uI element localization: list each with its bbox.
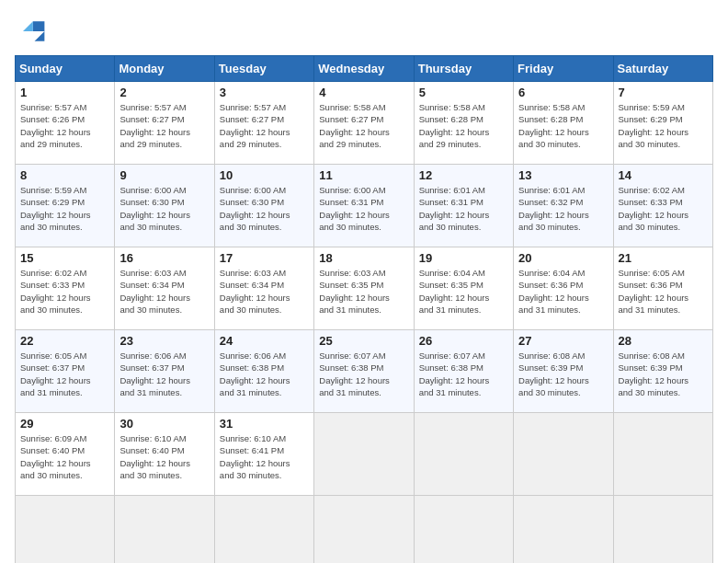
day-cell: 10Sunrise: 6:00 AM Sunset: 6:30 PM Dayli… [214, 165, 313, 247]
empty-cell [214, 496, 313, 564]
day-info: Sunrise: 6:08 AM Sunset: 6:39 PM Dayligh… [518, 350, 608, 398]
day-number: 7 [619, 86, 708, 99]
page-header [15, 15, 713, 48]
day-number: 30 [119, 417, 209, 431]
day-info: Sunrise: 6:07 AM Sunset: 6:38 PM Dayligh… [419, 350, 508, 398]
day-cell: 14Sunrise: 6:02 AM Sunset: 6:33 PM Dayli… [613, 165, 712, 247]
day-cell: 28Sunrise: 6:08 AM Sunset: 6:39 PM Dayli… [613, 330, 712, 413]
day-number: 23 [119, 334, 209, 348]
day-cell: 5Sunrise: 5:58 AM Sunset: 6:28 PM Daylig… [414, 82, 513, 165]
day-cell: 23Sunrise: 6:06 AM Sunset: 6:37 PM Dayli… [115, 330, 214, 413]
empty-cell [115, 496, 214, 564]
day-cell: 24Sunrise: 6:06 AM Sunset: 6:38 PM Dayli… [214, 330, 313, 413]
empty-cell [414, 413, 513, 496]
day-cell: 15Sunrise: 6:02 AM Sunset: 6:33 PM Dayli… [16, 247, 115, 330]
day-number: 18 [319, 251, 408, 265]
day-number: 21 [619, 251, 708, 265]
day-number: 9 [119, 168, 209, 182]
day-number: 15 [20, 251, 109, 265]
empty-cell [514, 413, 613, 496]
day-cell: 16Sunrise: 6:03 AM Sunset: 6:34 PM Dayli… [115, 247, 214, 330]
day-cell: 20Sunrise: 6:04 AM Sunset: 6:36 PM Dayli… [514, 247, 613, 330]
day-info: Sunrise: 5:58 AM Sunset: 6:28 PM Dayligh… [518, 101, 608, 150]
day-info: Sunrise: 6:01 AM Sunset: 6:31 PM Dayligh… [419, 184, 508, 233]
day-info: Sunrise: 6:07 AM Sunset: 6:38 PM Dayligh… [319, 350, 408, 398]
weekday-header-saturday: Saturday [613, 56, 712, 82]
day-cell: 8Sunrise: 5:59 AM Sunset: 6:29 PM Daylig… [16, 165, 115, 247]
day-number: 2 [119, 86, 209, 99]
day-number: 17 [220, 251, 309, 265]
day-number: 29 [20, 417, 109, 431]
day-number: 16 [119, 251, 209, 265]
day-info: Sunrise: 6:00 AM Sunset: 6:30 PM Dayligh… [220, 184, 309, 233]
day-info: Sunrise: 5:59 AM Sunset: 6:29 PM Dayligh… [20, 184, 109, 233]
day-info: Sunrise: 6:08 AM Sunset: 6:39 PM Dayligh… [619, 350, 708, 398]
day-cell: 19Sunrise: 6:04 AM Sunset: 6:35 PM Dayli… [414, 247, 513, 330]
day-cell: 11Sunrise: 6:00 AM Sunset: 6:31 PM Dayli… [314, 165, 414, 247]
calendar-week-row: 22Sunrise: 6:05 AM Sunset: 6:37 PM Dayli… [16, 330, 713, 413]
calendar-week-row [16, 496, 713, 564]
empty-cell [314, 413, 414, 496]
day-number: 19 [419, 251, 508, 265]
weekday-header-monday: Monday [115, 56, 214, 82]
day-info: Sunrise: 6:03 AM Sunset: 6:34 PM Dayligh… [220, 267, 309, 316]
day-info: Sunrise: 5:58 AM Sunset: 6:27 PM Dayligh… [319, 101, 408, 150]
day-info: Sunrise: 6:02 AM Sunset: 6:33 PM Dayligh… [619, 184, 708, 233]
day-cell: 9Sunrise: 6:00 AM Sunset: 6:30 PM Daylig… [115, 165, 214, 247]
day-cell: 6Sunrise: 5:58 AM Sunset: 6:28 PM Daylig… [514, 82, 613, 165]
calendar-week-row: 15Sunrise: 6:02 AM Sunset: 6:33 PM Dayli… [16, 247, 713, 330]
day-info: Sunrise: 5:59 AM Sunset: 6:29 PM Dayligh… [619, 101, 708, 150]
day-cell: 7Sunrise: 5:59 AM Sunset: 6:29 PM Daylig… [613, 82, 712, 165]
day-number: 3 [220, 86, 309, 99]
day-number: 14 [619, 168, 708, 182]
day-number: 13 [518, 168, 608, 182]
empty-cell [514, 496, 613, 564]
day-info: Sunrise: 5:57 AM Sunset: 6:27 PM Dayligh… [220, 101, 309, 150]
day-number: 10 [220, 168, 309, 182]
weekday-header-sunday: Sunday [16, 56, 115, 82]
day-info: Sunrise: 6:05 AM Sunset: 6:37 PM Dayligh… [20, 350, 109, 398]
day-cell: 30Sunrise: 6:10 AM Sunset: 6:40 PM Dayli… [115, 413, 214, 496]
day-info: Sunrise: 6:09 AM Sunset: 6:40 PM Dayligh… [20, 432, 109, 481]
day-cell: 13Sunrise: 6:01 AM Sunset: 6:32 PM Dayli… [514, 165, 613, 247]
day-info: Sunrise: 5:57 AM Sunset: 6:26 PM Dayligh… [20, 101, 109, 150]
day-info: Sunrise: 5:58 AM Sunset: 6:28 PM Dayligh… [419, 101, 508, 150]
day-info: Sunrise: 6:04 AM Sunset: 6:35 PM Dayligh… [419, 267, 508, 316]
day-cell: 31Sunrise: 6:10 AM Sunset: 6:41 PM Dayli… [214, 413, 313, 496]
day-number: 5 [419, 86, 508, 99]
day-info: Sunrise: 6:01 AM Sunset: 6:32 PM Dayligh… [518, 184, 608, 233]
day-info: Sunrise: 6:00 AM Sunset: 6:31 PM Dayligh… [319, 184, 408, 233]
day-cell: 27Sunrise: 6:08 AM Sunset: 6:39 PM Dayli… [514, 330, 613, 413]
day-cell: 3Sunrise: 5:57 AM Sunset: 6:27 PM Daylig… [214, 82, 313, 165]
calendar-week-row: 1Sunrise: 5:57 AM Sunset: 6:26 PM Daylig… [16, 82, 713, 165]
day-info: Sunrise: 6:04 AM Sunset: 6:36 PM Dayligh… [518, 267, 608, 316]
day-info: Sunrise: 6:05 AM Sunset: 6:36 PM Dayligh… [619, 267, 708, 316]
day-cell: 2Sunrise: 5:57 AM Sunset: 6:27 PM Daylig… [115, 82, 214, 165]
day-info: Sunrise: 6:03 AM Sunset: 6:34 PM Dayligh… [119, 267, 209, 316]
day-number: 12 [419, 168, 508, 182]
day-cell: 21Sunrise: 6:05 AM Sunset: 6:36 PM Dayli… [613, 247, 712, 330]
day-cell: 4Sunrise: 5:58 AM Sunset: 6:27 PM Daylig… [314, 82, 414, 165]
calendar-week-row: 29Sunrise: 6:09 AM Sunset: 6:40 PM Dayli… [16, 413, 713, 496]
day-cell: 25Sunrise: 6:07 AM Sunset: 6:38 PM Dayli… [314, 330, 414, 413]
day-info: Sunrise: 6:06 AM Sunset: 6:38 PM Dayligh… [220, 350, 309, 398]
day-cell: 29Sunrise: 6:09 AM Sunset: 6:40 PM Dayli… [16, 413, 115, 496]
day-info: Sunrise: 6:06 AM Sunset: 6:37 PM Dayligh… [119, 350, 209, 398]
day-number: 11 [319, 168, 408, 182]
empty-cell [414, 496, 513, 564]
day-number: 24 [220, 334, 309, 348]
weekday-header-wednesday: Wednesday [314, 56, 414, 82]
day-info: Sunrise: 5:57 AM Sunset: 6:27 PM Dayligh… [119, 101, 209, 150]
day-number: 1 [20, 86, 109, 99]
day-number: 27 [518, 334, 608, 348]
day-number: 22 [20, 334, 109, 348]
weekday-header-tuesday: Tuesday [214, 56, 313, 82]
calendar-week-row: 8Sunrise: 5:59 AM Sunset: 6:29 PM Daylig… [16, 165, 713, 247]
day-info: Sunrise: 6:10 AM Sunset: 6:40 PM Dayligh… [119, 432, 209, 481]
logo [15, 15, 51, 48]
day-cell: 17Sunrise: 6:03 AM Sunset: 6:34 PM Dayli… [214, 247, 313, 330]
day-number: 20 [518, 251, 608, 265]
calendar-table: SundayMondayTuesdayWednesdayThursdayFrid… [15, 55, 713, 563]
day-info: Sunrise: 6:00 AM Sunset: 6:30 PM Dayligh… [119, 184, 209, 233]
day-cell: 12Sunrise: 6:01 AM Sunset: 6:31 PM Dayli… [414, 165, 513, 247]
